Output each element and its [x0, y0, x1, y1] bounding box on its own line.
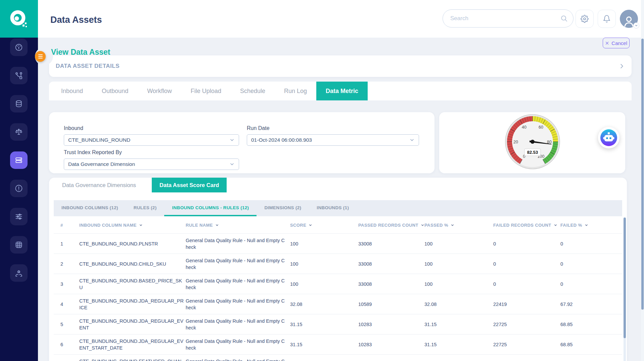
table-header: #INBOUND COLUMN NAMERULE NAMESCOREPASSED… [54, 217, 622, 234]
sidebar-item-dashboard[interactable] [10, 39, 28, 56]
column-header-label: FAILED RECORDS COUNT [493, 223, 551, 228]
table-row: 1CTE_BUNDLING_ROUND.PLNSTRGeneral Data Q… [54, 234, 622, 254]
user-avatar[interactable] [620, 10, 638, 28]
trust-index-select-value: Data Governance Dimension [68, 161, 135, 167]
trust-index-gauge-card: 02040608010082.53 [439, 112, 625, 173]
run-date-select[interactable]: 01-Oct-2024 06:00:08.903 [247, 134, 419, 146]
details-panel-title: DATA ASSET DETAILS [56, 63, 120, 70]
tab-inbound-columns-rules[interactable]: INBOUND COLUMNS - RULES (12) [164, 200, 257, 216]
tab-inbound-columns[interactable]: INBOUND COLUMNS (12) [54, 200, 126, 216]
sliders-icon [14, 212, 23, 221]
data-care-icon [14, 269, 23, 277]
cancel-button-label: Cancel [611, 40, 627, 46]
trust-index-select[interactable]: Data Governance Dimension [64, 159, 239, 170]
balance-scale-icon [14, 128, 23, 136]
settings-button[interactable] [576, 10, 594, 28]
chatbot-button[interactable] [598, 127, 619, 148]
row-index: 3 [60, 281, 79, 287]
svg-text:82.53: 82.53 [527, 150, 538, 155]
column-header[interactable]: FAILED RECORDS COUNT [493, 223, 560, 228]
search-icon[interactable] [560, 15, 568, 22]
sort-icon[interactable] [554, 223, 557, 227]
rule-name: General Data Quality Rule - Null and Emp… [186, 237, 290, 251]
sidebar-item-issues[interactable] [10, 180, 28, 197]
avatar-menu-chevron[interactable] [633, 22, 639, 29]
inbound-select[interactable]: CTE_BUNDLING_ROUND [64, 134, 239, 146]
app-logo[interactable] [0, 0, 38, 38]
chevron-down-icon [229, 162, 235, 167]
sort-icon[interactable] [585, 223, 588, 227]
tab-workflow[interactable]: Workflow [138, 82, 181, 100]
rule-name: General Data Quality Rule - Null and Emp… [186, 277, 290, 291]
notifications-button[interactable] [598, 10, 616, 28]
tab-dimensions[interactable]: DIMENSIONS (2) [257, 200, 309, 216]
sidebar-item-catalog[interactable] [10, 236, 28, 254]
page-title: View Data Asset [51, 48, 110, 57]
sort-icon[interactable] [309, 223, 312, 227]
page-scrollbar-thumb[interactable] [641, 39, 644, 310]
inbound-column-name: CTE_BUNDLING_ROUND.PLNSTR [79, 240, 186, 247]
trust-index-field-label: Trust Index Reported By [64, 149, 239, 155]
passed-percent: 100 [424, 241, 493, 246]
sidebar-item-workflows[interactable] [10, 67, 28, 84]
score-value: 31.15 [290, 342, 358, 347]
sidebar-item-governance[interactable] [10, 123, 28, 141]
tab-run-log[interactable]: Run Log [275, 82, 316, 100]
server-stack-icon [14, 156, 23, 165]
chevron-right-icon[interactable] [618, 62, 626, 70]
data-asset-details-panel[interactable]: DATA ASSET DETAILS [49, 55, 632, 77]
column-header[interactable]: SCORE [290, 223, 358, 228]
sidebar-item-data-sources[interactable] [10, 95, 28, 112]
passed-records-count: 10589 [358, 302, 424, 307]
table-scrollbar[interactable] [624, 217, 626, 361]
data-flow-icon [14, 71, 23, 80]
passed-percent: 31.15 [424, 322, 493, 327]
search-box[interactable] [443, 9, 573, 28]
failed-records-count: 0 [493, 241, 560, 246]
tab-outbound[interactable]: Outbound [92, 82, 138, 100]
sort-icon[interactable] [215, 223, 219, 227]
score-value: 100 [290, 241, 358, 246]
sidebar-item-data-services[interactable] [10, 264, 28, 282]
tab-schedule[interactable]: Schedule [231, 82, 275, 100]
database-icon [14, 99, 23, 108]
sidebar-nav [0, 38, 38, 361]
run-date-select-value: 01-Oct-2024 06:00:08.903 [251, 137, 312, 143]
sort-icon[interactable] [139, 223, 143, 227]
grid-icon [14, 240, 23, 249]
tab-rules[interactable]: RULES (2) [126, 200, 165, 216]
chevron-down-icon [409, 137, 415, 143]
failed-percent: 68.85 [560, 322, 622, 327]
rule-name: General Data Quality Rule - Null and Emp… [186, 338, 290, 351]
score-value: 100 [290, 281, 358, 287]
tab-data-asset-score-card[interactable]: Data Asset Score Card [152, 178, 227, 192]
sidebar-item-configuration[interactable] [10, 208, 28, 225]
tab-inbounds[interactable]: INBOUNDS (1) [309, 200, 357, 216]
row-index: 2 [60, 261, 79, 267]
tab-data-governance-dimensions[interactable]: Data Governance Dimensions [54, 178, 144, 192]
inbound-select-value: CTE_BUNDLING_ROUND [68, 137, 130, 143]
robot-icon [600, 129, 617, 146]
trust-index-gauge: 02040608010082.53 [504, 113, 561, 170]
search-input[interactable] [450, 15, 560, 22]
table-body: 1CTE_BUNDLING_ROUND.PLNSTRGeneral Data Q… [54, 234, 622, 361]
column-header[interactable]: INBOUND COLUMN NAME [79, 222, 186, 229]
column-header[interactable]: PASSED RECORDS COUNT [358, 223, 424, 228]
sidebar-item-data-assets[interactable] [10, 151, 28, 169]
column-header[interactable]: FAILED % [560, 223, 622, 228]
column-header[interactable]: RULE NAME [186, 222, 290, 229]
collapse-sidebar-button[interactable] [35, 51, 46, 62]
sort-icon[interactable] [451, 223, 454, 227]
column-header-label: INBOUND COLUMN NAME [79, 222, 137, 229]
failed-percent: 0 [560, 281, 622, 287]
tab-data-metric[interactable]: Data Metric [316, 82, 368, 100]
run-date-field-label: Run Date [247, 125, 419, 131]
column-header[interactable]: PASSED % [424, 223, 493, 228]
table-scrollbar-thumb[interactable] [624, 218, 626, 338]
tab-file-upload[interactable]: File Upload [181, 82, 231, 100]
failed-records-count: 0 [493, 261, 560, 267]
sort-icon[interactable] [421, 223, 424, 227]
page-scrollbar[interactable] [641, 0, 644, 361]
cancel-button[interactable]: Cancel [603, 38, 630, 48]
tab-inbound[interactable]: Inbound [52, 82, 92, 100]
